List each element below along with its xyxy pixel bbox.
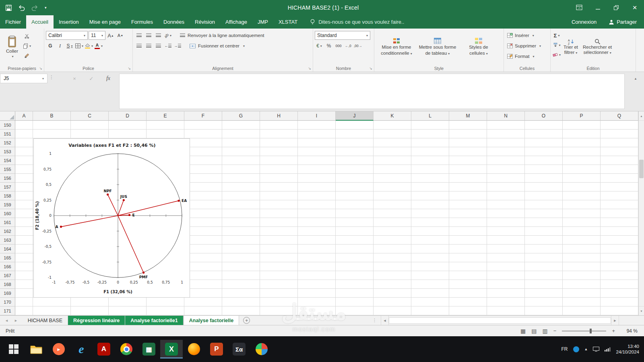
clipboard-dialog-launcher[interactable]: ↘ — [39, 67, 42, 70]
row-header-164[interactable]: 164 — [0, 245, 15, 253]
row-header-154[interactable]: 154 — [0, 156, 15, 165]
comma-style-button[interactable]: 000 — [334, 41, 343, 50]
notification-icon[interactable] — [573, 346, 579, 352]
xlstat-icon[interactable]: Σα — [228, 340, 250, 358]
orientation-button[interactable]: ab ▾ — [163, 31, 172, 40]
hidden-icons-chevron[interactable]: ▲ — [584, 347, 588, 351]
align-middle-button[interactable] — [144, 31, 153, 40]
clock[interactable]: 13:40 24/10/2024 — [616, 343, 639, 355]
delete-cells-button[interactable]: Supprimer▾ — [506, 41, 549, 51]
vertical-scroll-thumb[interactable] — [639, 160, 644, 178]
scroll-up-arrow[interactable]: ▲ — [639, 111, 644, 121]
cut-button[interactable] — [23, 32, 31, 41]
row-header-167[interactable]: 167 — [0, 271, 15, 280]
grid-column-P[interactable] — [563, 121, 601, 315]
format-as-table-button[interactable]: Mettre sous forme de tableau▾ — [417, 30, 458, 64]
scroll-down-arrow[interactable]: ▼ — [639, 306, 644, 315]
percent-style-button[interactable]: % — [324, 41, 333, 50]
scroll-right-button[interactable]: ► — [611, 316, 619, 325]
page-break-view-button[interactable]: ▥ — [543, 328, 548, 334]
align-right-button[interactable] — [154, 41, 163, 50]
fill-button[interactable]: ▾ — [552, 41, 561, 49]
scroll-left-button[interactable]: ◄ — [381, 316, 389, 325]
sheet-tab-r-gression-lin-aire[interactable]: Régression linéaire — [68, 316, 125, 325]
column-header-C[interactable]: C — [71, 111, 109, 121]
undo-button[interactable] — [18, 5, 25, 11]
decrease-font-button[interactable]: A▼ — [116, 31, 125, 40]
column-header-F[interactable]: F — [184, 111, 222, 121]
column-header-D[interactable]: D — [109, 111, 147, 121]
decrease-indent-button[interactable]: ← — [163, 41, 172, 50]
wrap-text-button[interactable]: Renvoyer à la ligne automatiquement — [177, 31, 267, 40]
acrobat-icon[interactable]: A — [93, 340, 115, 358]
media-player-icon[interactable]: ▸ — [47, 340, 70, 358]
row-header-170[interactable]: 170 — [0, 298, 15, 306]
column-header-Q[interactable]: Q — [601, 111, 638, 121]
ribbon-tab-mise-en-page[interactable]: Mise en page — [84, 15, 126, 29]
grid-column-A[interactable] — [15, 121, 33, 315]
language-indicator[interactable]: FR — [561, 346, 568, 352]
fill-color-button[interactable]: ▾ — [85, 41, 93, 50]
format-painter-button[interactable] — [23, 51, 31, 60]
font-dialog-launcher[interactable]: ↘ — [128, 67, 131, 70]
italic-button[interactable]: I — [56, 41, 64, 50]
sheet-tab-analyse-factorielle1[interactable]: Analyse factorielle1 — [125, 316, 183, 325]
ribbon-display-options-button[interactable] — [570, 0, 588, 15]
font-color-button[interactable]: A ▾ — [94, 41, 103, 50]
customize-qat-button[interactable]: ▾ — [45, 6, 47, 10]
increase-decimal-button[interactable]: ←,0 — [344, 41, 353, 50]
row-header-163[interactable]: 163 — [0, 236, 15, 245]
ribbon-tab-insertion[interactable]: Insertion — [54, 15, 84, 29]
column-header-K[interactable]: K — [374, 111, 411, 121]
chart[interactable]: Variables (axes F1 et F2 : 50,46 %)-1-1-… — [33, 138, 190, 298]
row-header-162[interactable]: 162 — [0, 227, 15, 236]
autosum-button[interactable]: Σ▾ — [552, 31, 561, 40]
accounting-format-button[interactable]: €▾ — [315, 41, 324, 50]
row-header-168[interactable]: 168 — [0, 280, 15, 289]
column-header-E[interactable]: E — [147, 111, 184, 121]
grid-column-O[interactable] — [525, 121, 563, 315]
column-header-N[interactable]: N — [487, 111, 525, 121]
restore-button[interactable] — [607, 0, 625, 15]
sheet-tab-analyse-factorielle[interactable]: Analyse factorielle — [184, 316, 239, 325]
display-icon[interactable] — [593, 347, 599, 352]
row-header-151[interactable]: 151 — [0, 130, 15, 138]
save-button[interactable] — [6, 5, 12, 11]
select-all-corner[interactable] — [0, 111, 15, 121]
firefox-icon[interactable] — [183, 340, 205, 358]
row-header-153[interactable]: 153 — [0, 147, 15, 156]
grid-column-Q[interactable] — [601, 121, 638, 315]
bold-button[interactable]: G — [46, 41, 55, 50]
row-header-156[interactable]: 156 — [0, 174, 15, 183]
grid-column-I[interactable] — [298, 121, 336, 315]
clear-button[interactable]: ▾ — [552, 50, 561, 59]
row-header-165[interactable]: 165 — [0, 253, 15, 262]
grid-column-J[interactable] — [336, 121, 374, 315]
align-top-button[interactable] — [134, 31, 143, 40]
horizontal-scrollbar[interactable] — [389, 317, 611, 324]
name-box[interactable]: J5 ▾ — [0, 74, 47, 83]
align-center-button[interactable] — [144, 41, 153, 50]
ribbon-tab-xlstat[interactable]: XLSTAT — [273, 15, 303, 29]
chrome-icon[interactable] — [115, 340, 138, 358]
network-icon[interactable] — [605, 347, 611, 352]
row-header-158[interactable]: 158 — [0, 191, 15, 200]
close-button[interactable]: × — [625, 0, 644, 15]
conditional-formatting-button[interactable]: Mise en forme conditionnelle▾ — [376, 30, 417, 64]
connexion-link[interactable]: Connexion — [572, 19, 597, 25]
row-header-159[interactable]: 159 — [0, 200, 15, 209]
tab-splitter-handle[interactable]: ⋮ — [368, 316, 381, 325]
merge-center-button[interactable]: Fusionner et centrer ▾ — [187, 41, 248, 50]
column-header-I[interactable]: I — [298, 111, 336, 121]
row-header-160[interactable]: 160 — [0, 209, 15, 218]
next-sheet-button[interactable]: ► — [14, 319, 18, 323]
column-header-L[interactable]: L — [411, 111, 449, 121]
row-header-152[interactable]: 152 — [0, 138, 15, 147]
grid-column-M[interactable] — [449, 121, 487, 315]
powerpoint-icon[interactable]: P — [205, 340, 228, 358]
sort-filter-button[interactable]: AZ Trier et filtrer▾ — [561, 30, 580, 64]
paint-icon[interactable] — [250, 340, 273, 358]
ribbon-tab-donn-es[interactable]: Données — [158, 15, 190, 29]
column-header-G[interactable]: G — [222, 111, 260, 121]
row-header-169[interactable]: 169 — [0, 289, 15, 298]
